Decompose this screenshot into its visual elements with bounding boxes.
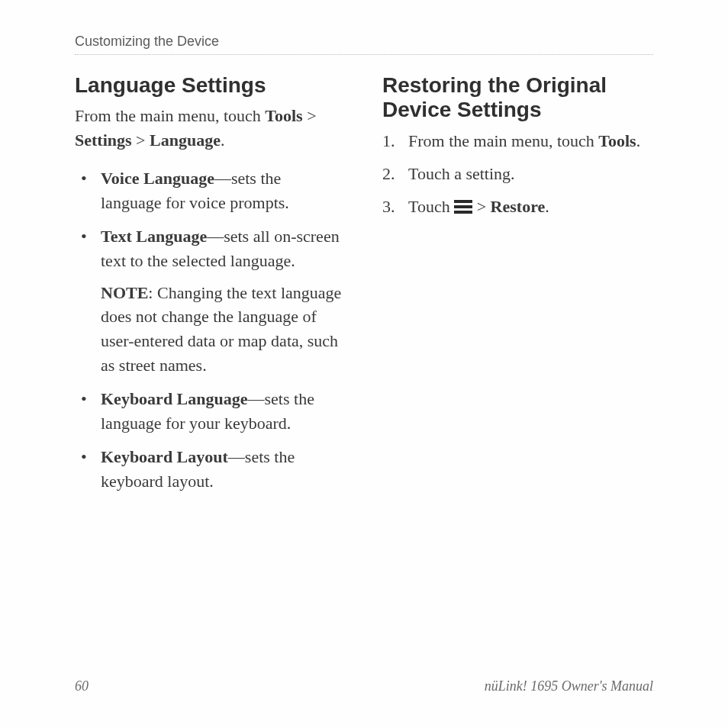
manual-title: nüLink! 1695 Owner's Manual	[485, 678, 653, 694]
emdash	[248, 389, 265, 408]
restore-label: Restore	[491, 197, 546, 216]
text-language-note: NOTE: Changing the text language does no…	[101, 281, 346, 378]
text: .	[221, 130, 225, 150]
list-item: Voice Languagesets the language for voic…	[75, 166, 346, 215]
text: >	[303, 106, 317, 125]
tools-label: Tools	[265, 106, 302, 125]
restore-steps: From the main menu, touch Tools. Touch a…	[382, 128, 653, 219]
page-number: 60	[75, 678, 89, 694]
language-label: Language	[150, 130, 221, 150]
text: Touch a setting.	[408, 164, 515, 183]
text: .	[545, 197, 549, 216]
list-item: Touch a setting.	[382, 161, 653, 186]
text: Touch	[408, 197, 454, 216]
svg-rect-2	[454, 211, 472, 214]
left-column: Language Settings From the main menu, to…	[75, 73, 346, 503]
list-item: Touch > Restore.	[382, 194, 653, 219]
left-intro: From the main menu, touch Tools > Settin…	[75, 104, 346, 153]
emdash	[214, 169, 231, 188]
emdash	[228, 447, 245, 466]
section-title: Customizing the Device	[75, 34, 219, 49]
content-columns: Language Settings From the main menu, to…	[75, 73, 653, 503]
text: >	[132, 130, 150, 150]
text: From the main menu, touch	[408, 131, 598, 150]
keyboard-language-label: Keyboard Language	[101, 389, 248, 408]
svg-rect-1	[454, 205, 472, 208]
keyboard-layout-label: Keyboard Layout	[101, 447, 228, 466]
emdash	[207, 227, 224, 246]
text: .	[636, 131, 641, 150]
settings-label: Settings	[75, 130, 132, 150]
note-label: NOTE	[101, 283, 148, 302]
list-item: Keyboard Languagesets the language for y…	[75, 387, 346, 436]
menu-icon	[454, 195, 472, 209]
list-item: Keyboard Layoutsets the keyboard layout.	[75, 445, 346, 494]
text-language-label: Text Language	[101, 227, 207, 246]
svg-rect-0	[454, 200, 472, 203]
page-footer: 60 nüLink! 1695 Owner's Manual	[75, 678, 653, 694]
list-item: Text Languagesets all on-screen text to …	[75, 224, 346, 378]
section-header: Customizing the Device	[75, 34, 653, 55]
list-item: From the main menu, touch Tools.	[382, 128, 653, 153]
voice-language-label: Voice Language	[101, 169, 214, 188]
text: >	[472, 197, 490, 216]
tools-label: Tools	[598, 131, 636, 150]
language-bullet-list: Voice Languagesets the language for voic…	[75, 166, 346, 494]
right-column: Restoring the Original Device Settings F…	[382, 73, 653, 503]
left-heading: Language Settings	[75, 73, 346, 98]
text: From the main menu, touch	[75, 106, 265, 125]
right-heading: Restoring the Original Device Settings	[382, 73, 653, 122]
